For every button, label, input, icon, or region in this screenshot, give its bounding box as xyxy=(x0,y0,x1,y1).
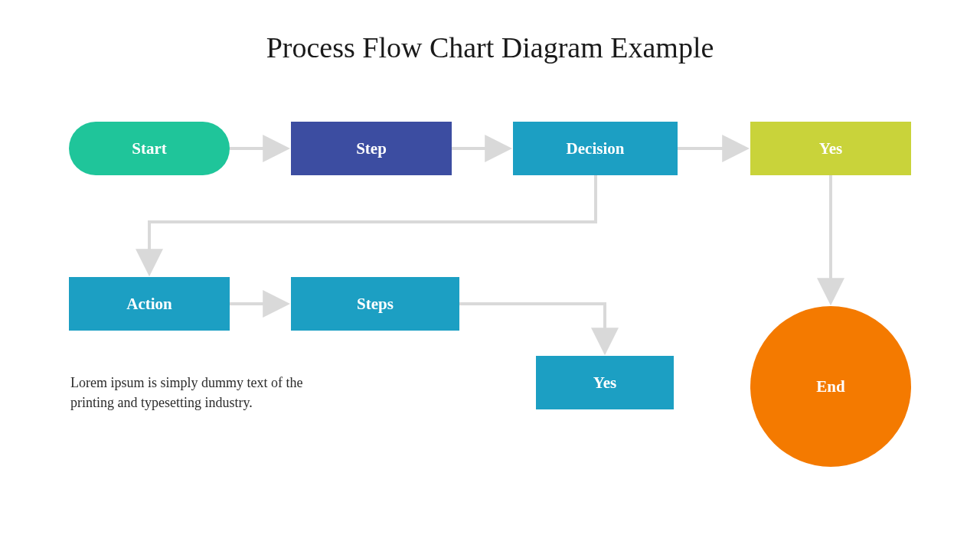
node-action: Action xyxy=(69,277,230,331)
node-start: Start xyxy=(69,122,230,175)
node-end: End xyxy=(750,306,911,467)
node-steps: Steps xyxy=(291,277,459,331)
node-yes-2: Yes xyxy=(536,356,674,409)
node-step: Step xyxy=(291,122,452,175)
caption-text: Lorem ipsum is simply dummy text of the … xyxy=(70,373,346,412)
connector-layer xyxy=(0,0,980,551)
node-decision: Decision xyxy=(513,122,678,175)
flowchart-stage: Process Flow Chart Diagram Example Start xyxy=(0,0,980,551)
page-title: Process Flow Chart Diagram Example xyxy=(0,31,980,64)
node-yes-1: Yes xyxy=(750,122,911,175)
